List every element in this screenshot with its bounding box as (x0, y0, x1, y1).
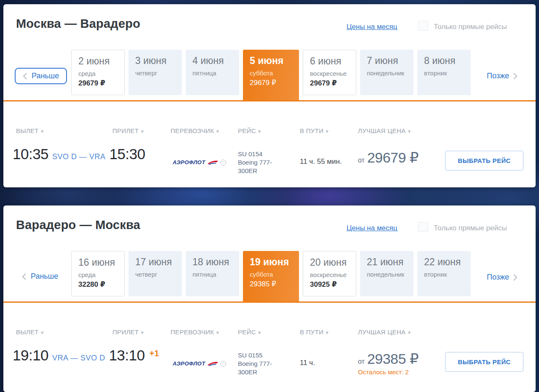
route-codes: VRA — SVO D (52, 354, 105, 363)
flight-info: SU 0155 Boeing 777-300ER (238, 351, 282, 376)
date-card-selected[interactable]: 19 июня суббота 29385 ₽ (243, 251, 299, 303)
date-card[interactable]: 18 июня пятница (186, 251, 239, 296)
column-header-flight[interactable]: РЕЙС▼ (238, 127, 262, 134)
chevron-left-icon (23, 72, 27, 80)
sort-arrow-icon: ▼ (140, 129, 144, 134)
departure-time: 19:10 (13, 347, 48, 364)
seats-left-notice: Осталось мест: 2 (358, 368, 419, 376)
date-strip: 16 июня среда 32280 ₽ 17 июня четверг 18… (71, 251, 471, 303)
sort-arrow-icon: ▼ (407, 330, 411, 335)
date-card[interactable]: 17 июня четверг (128, 251, 182, 296)
earlier-dates-button[interactable]: Раньше (15, 68, 67, 84)
chevron-left-icon (22, 273, 27, 280)
earlier-dates-button[interactable]: Раньше (15, 269, 65, 284)
sort-arrow-icon: ▼ (40, 129, 45, 134)
sort-arrow-icon: ▼ (407, 129, 411, 134)
direct-only-label: Только прямые рейсы (434, 224, 507, 232)
aircraft-type: Boeing 777-300ER (238, 158, 282, 175)
carrier-logo: АЭРОФЛОТ (173, 159, 226, 165)
sort-arrow-icon: ▼ (215, 330, 220, 335)
date-card[interactable]: 21 июня понедельник (360, 251, 414, 296)
flight-times: 10:35 SVO D — VRA 15:30 (13, 146, 145, 163)
carrier-logo: АЭРОФЛОТ (173, 360, 226, 367)
aeroflot-flag-icon (207, 160, 219, 165)
column-header-duration[interactable]: В ПУТИ▼ (300, 328, 329, 336)
arrival-next-day-badge: +1 (149, 349, 159, 358)
column-header-best-price[interactable]: ЛУЧШАЯ ЦЕНА▼ (358, 328, 412, 336)
earlier-label: Раньше (32, 72, 59, 80)
chevron-right-icon (513, 72, 518, 80)
direct-only-checkbox[interactable] (418, 222, 428, 232)
flight-info: SU 0154 Boeing 777-300ER (238, 150, 282, 175)
date-strip: 2 июня среда 29679 ₽ 3 июня четверг 4 ию… (71, 50, 471, 101)
flight-number: SU 0155 (238, 351, 282, 360)
sort-arrow-icon: ▼ (257, 129, 262, 134)
date-card[interactable]: 7 июня понедельник (360, 50, 414, 95)
month-prices-link[interactable]: Цены на месяц (347, 224, 398, 232)
column-header-arrival[interactable]: ПРИЛЕТ▼ (112, 127, 145, 134)
date-card[interactable]: 16 июня среда 32280 ₽ (71, 251, 125, 296)
later-label: Позже (487, 273, 509, 282)
aircraft-type: Boeing 777-300ER (238, 360, 282, 376)
column-header-arrival[interactable]: ПРИЛЕТ▼ (112, 328, 145, 336)
select-flight-button[interactable]: ВЫБРАТЬ РЕЙС (445, 151, 523, 171)
price-value: 29679 ₽ (367, 149, 419, 166)
month-prices-link[interactable]: Цены на месяц (347, 23, 398, 31)
flight-number: SU 0154 (238, 150, 282, 158)
price-prefix: от (358, 358, 365, 365)
date-card-selected[interactable]: 5 июня суббота 29679 ₽ (243, 50, 299, 101)
date-card[interactable]: 3 июня четверг (128, 50, 182, 95)
sort-arrow-icon: ▼ (215, 129, 220, 134)
flight-duration: 11 ч. 55 мин. (300, 157, 342, 166)
column-header-departure[interactable]: ВЫЛЕТ▼ (16, 127, 45, 134)
column-header-carrier[interactable]: ПЕРЕВОЗЧИК▼ (171, 127, 220, 134)
sort-arrow-icon: ▼ (257, 330, 262, 335)
price-prefix: от (358, 157, 365, 164)
later-dates-button[interactable]: Позже (487, 72, 518, 80)
date-card[interactable]: 6 июня воскресенье 29679 ₽ (303, 50, 356, 95)
route-codes: SVO D — VRA (52, 152, 106, 161)
page-title: Москва — Варадеро (16, 17, 140, 31)
earlier-label: Раньше (31, 272, 58, 281)
flight-times: 19:10 VRA — SVO D 13:10 +1 (13, 347, 159, 364)
skyteam-icon (220, 160, 226, 165)
column-header-departure[interactable]: ВЫЛЕТ▼ (16, 328, 45, 336)
direct-only-checkbox[interactable] (418, 21, 428, 31)
return-flight-panel: Варадеро — Москва Цены на месяц Только п… (3, 205, 536, 392)
later-dates-button[interactable]: Позже (487, 273, 518, 282)
date-card[interactable]: 2 июня среда 29679 ₽ (71, 50, 125, 95)
direct-only-label: Только прямые рейсы (434, 23, 507, 31)
select-flight-button[interactable]: ВЫБРАТЬ РЕЙС (445, 352, 523, 372)
page-title: Варадеро — Москва (16, 218, 140, 232)
chevron-right-icon (513, 274, 518, 281)
arrival-time: 13:10 (109, 347, 145, 364)
aeroflot-flag-icon (207, 361, 219, 367)
sort-arrow-icon: ▼ (325, 330, 329, 335)
sort-arrow-icon: ▼ (140, 330, 144, 335)
column-header-best-price[interactable]: ЛУЧШАЯ ЦЕНА▼ (358, 127, 412, 134)
date-card[interactable]: 22 июня вторник (417, 251, 471, 296)
carrier-name: АЭРОФЛОТ (173, 159, 205, 165)
best-price: от 29385 ₽ Осталось мест: 2 (358, 350, 419, 376)
sort-arrow-icon: ▼ (325, 129, 329, 134)
best-price: от 29679 ₽ (358, 149, 419, 166)
sort-arrow-icon: ▼ (40, 330, 45, 335)
carrier-name: АЭРОФЛОТ (173, 360, 205, 367)
column-header-carrier[interactable]: ПЕРЕВОЗЧИК▼ (171, 328, 220, 336)
skyteam-icon (220, 361, 226, 367)
date-card[interactable]: 4 июня пятница (186, 50, 239, 95)
price-value: 29385 ₽ (367, 350, 419, 367)
accent-divider (3, 301, 536, 303)
column-header-duration[interactable]: В ПУТИ▼ (300, 127, 329, 134)
flight-duration: 11 ч. (300, 359, 315, 367)
date-card[interactable]: 20 июня воскресенье 30925 ₽ (303, 251, 356, 296)
later-label: Позже (487, 72, 509, 80)
arrival-time: 15:30 (109, 146, 145, 163)
outbound-flight-panel: Москва — Варадеро Цены на месяц Только п… (3, 4, 536, 187)
date-card[interactable]: 8 июня вторник (417, 50, 471, 95)
accent-divider (3, 100, 536, 101)
departure-time: 10:35 (13, 146, 48, 163)
column-header-flight[interactable]: РЕЙС▼ (238, 328, 262, 336)
